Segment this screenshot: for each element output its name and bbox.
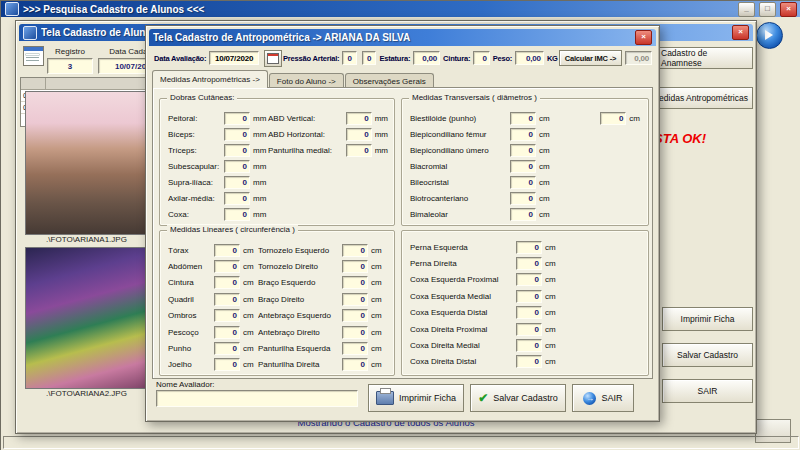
calcular-imc-button[interactable]: Calcular IMC -> bbox=[559, 50, 622, 66]
measure-input[interactable]: 0 bbox=[510, 176, 536, 189]
measure-label: Antebraço Esquerdo bbox=[258, 311, 342, 320]
measure-input[interactable]: 0 bbox=[342, 260, 368, 273]
measure-label: Subescapular: bbox=[168, 162, 224, 171]
cintura-field[interactable]: 0 bbox=[473, 51, 489, 65]
measure-row: Biotrocanteriano 0 cm bbox=[410, 190, 640, 206]
salvar-cadastro-button[interactable]: ✔ Salvar Cadastro bbox=[470, 384, 566, 412]
measure-unit: cm bbox=[371, 262, 382, 271]
imprimir-ficha-button[interactable]: Imprimir Ficha bbox=[662, 307, 753, 331]
measure-unit: cm bbox=[539, 194, 550, 203]
nome-avaliador-input[interactable] bbox=[156, 390, 358, 407]
measure-input[interactable]: 0 bbox=[510, 112, 536, 125]
measure-input[interactable]: 0 bbox=[510, 160, 536, 173]
photo-1-caption: .\FOTO\ARIANA1.JPG bbox=[25, 235, 148, 244]
titlebar-pesquisa[interactable]: >>> Pesquisa Cadastro de Alunos <<< _ □ … bbox=[1, 1, 800, 17]
measure-row: Braço Esquerdo 0 cm bbox=[258, 275, 388, 291]
measure-row: Biacromial 0 cm bbox=[410, 158, 640, 174]
measure-input[interactable]: 0 bbox=[510, 192, 536, 205]
estatura-field[interactable]: 0,00 bbox=[413, 51, 440, 65]
measure-label: Braço Direito bbox=[258, 295, 342, 304]
measure-input[interactable]: 0 bbox=[214, 342, 240, 355]
measure-unit: mm bbox=[253, 130, 266, 139]
imprimir-ficha-button[interactable]: Imprimir Ficha bbox=[368, 384, 464, 412]
measure-input[interactable]: 0 bbox=[516, 339, 542, 352]
data-avaliacao-label: Data Avaliação: bbox=[154, 54, 206, 63]
measure-input[interactable]: 0 bbox=[516, 273, 542, 286]
close-button[interactable]: × bbox=[732, 25, 749, 40]
tab-medidas-antropometricas[interactable]: Medidas Antropométricas -> bbox=[152, 70, 268, 88]
measure-unit: cm bbox=[371, 246, 382, 255]
measure-input[interactable]: 0 bbox=[214, 358, 240, 371]
measure-unit: cm bbox=[243, 344, 254, 353]
tab-foto-do-aluno[interactable]: Foto do Aluno -> bbox=[269, 73, 344, 88]
measure-input[interactable]: 0 bbox=[214, 260, 240, 273]
peso-field[interactable]: 0,00 bbox=[515, 51, 544, 65]
measure-row: Antebraço Direito 0 cm bbox=[258, 324, 388, 340]
measure-input[interactable]: 0 bbox=[224, 192, 250, 205]
titlebar-antropometrica[interactable]: Tela Cadastro de Antropométrica -> ARIAN… bbox=[149, 29, 656, 46]
measure-input[interactable]: 0 bbox=[214, 309, 240, 322]
measure-input[interactable]: 0 bbox=[224, 144, 250, 157]
measure-unit: cm bbox=[539, 162, 550, 171]
measure-input[interactable]: 0 bbox=[342, 276, 368, 289]
measure-input[interactable]: 0 bbox=[342, 326, 368, 339]
sair-button[interactable]: → SAIR bbox=[572, 384, 634, 412]
measure-input[interactable]: 0 bbox=[516, 355, 542, 368]
measure-input[interactable]: 0 bbox=[516, 323, 542, 336]
measure-input[interactable]: 0 bbox=[516, 290, 542, 303]
pressao-dia-field[interactable]: 0 bbox=[362, 51, 377, 65]
button-label: SAIR bbox=[601, 393, 622, 403]
measure-input[interactable]: 0 bbox=[346, 128, 372, 141]
measure-input[interactable]: 0 bbox=[214, 276, 240, 289]
close-button[interactable]: × bbox=[635, 30, 652, 45]
measure-row: Abdômen 0 cm bbox=[168, 258, 254, 274]
button-label: Salvar Cadastro bbox=[493, 393, 558, 403]
calendar-button[interactable] bbox=[264, 50, 282, 67]
measure-input[interactable]: 0 bbox=[214, 293, 240, 306]
measure-input[interactable]: 0 bbox=[516, 257, 542, 270]
measure-input[interactable]: 0 bbox=[342, 244, 368, 257]
pressao-sys-field[interactable]: 0 bbox=[342, 51, 357, 65]
measure-input[interactable]: 0 bbox=[510, 208, 536, 221]
measure-row: Axilar-média: 0 mm bbox=[168, 190, 266, 206]
cintura-label: Cintura: bbox=[443, 54, 470, 63]
measure-unit: cm bbox=[243, 262, 254, 271]
medidas-antropometricas-button[interactable]: Medidas Antropométricas bbox=[647, 87, 753, 109]
maximize-button[interactable]: □ bbox=[759, 2, 776, 17]
cadastro-anamnese-button[interactable]: Cadastro de Anamnese bbox=[657, 47, 753, 69]
minimize-button[interactable]: _ bbox=[738, 2, 755, 17]
measure-row: Coxa Esquerda Proximal 0 cm bbox=[410, 272, 640, 288]
measure-input[interactable]: 0 bbox=[346, 144, 372, 157]
measure-label: Braço Esquerdo bbox=[258, 278, 342, 287]
grid-header[interactable] bbox=[21, 78, 151, 90]
measure-input[interactable]: 0 bbox=[342, 342, 368, 355]
close-button[interactable]: × bbox=[780, 2, 797, 17]
navigate-forward-icon[interactable] bbox=[756, 22, 783, 49]
measure-input[interactable]: 0 bbox=[342, 309, 368, 322]
measure-unit: cm bbox=[539, 146, 550, 155]
measure-input[interactable]: 0 bbox=[214, 326, 240, 339]
measure-input[interactable]: 0 bbox=[224, 112, 250, 125]
measure-input[interactable]: 0 bbox=[516, 306, 542, 319]
measure-input[interactable]: 0 bbox=[214, 244, 240, 257]
measure-input[interactable]: 0 bbox=[516, 241, 542, 254]
measure-input[interactable]: 0 bbox=[346, 112, 372, 125]
measure-input[interactable]: 0 bbox=[224, 176, 250, 189]
measure-label: ABD Horizontal: bbox=[268, 130, 346, 139]
salvar-cadastro-button[interactable]: Salvar Cadastro bbox=[662, 343, 753, 367]
measure-input[interactable]: 0 bbox=[510, 144, 536, 157]
measure-label: Supra-ilíaca: bbox=[168, 178, 224, 187]
measure-input[interactable]: 0 bbox=[224, 208, 250, 221]
measure-input[interactable]: 0 bbox=[342, 293, 368, 306]
measure-input[interactable]: 0 bbox=[510, 128, 536, 141]
measure-label: Biotrocanteriano bbox=[410, 194, 510, 203]
measure-input[interactable]: 0 bbox=[342, 358, 368, 371]
measure-input-2[interactable]: 0 bbox=[600, 112, 626, 125]
registro-field[interactable]: 3 bbox=[47, 58, 93, 74]
measure-row: ABD Vertical: 0 mm bbox=[268, 110, 388, 126]
data-avaliacao-field[interactable]: 10/07/2020 bbox=[209, 51, 259, 65]
sair-button[interactable]: SAIR bbox=[662, 379, 753, 403]
measure-input[interactable]: 0 bbox=[224, 160, 250, 173]
tab-observacoes-gerais[interactable]: Observações Gerais bbox=[345, 73, 434, 88]
measure-input[interactable]: 0 bbox=[224, 128, 250, 141]
